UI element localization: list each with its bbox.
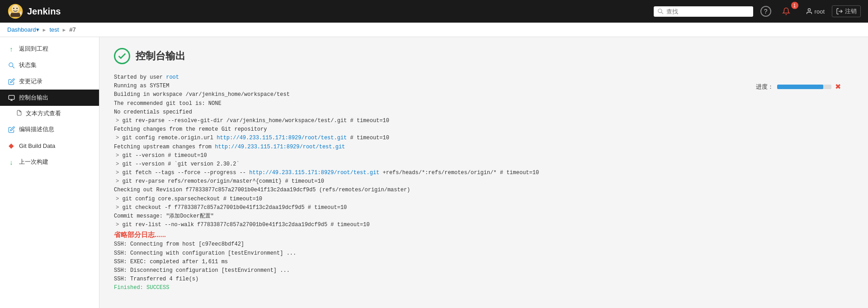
- arrow-down-icon: ↓: [7, 158, 15, 166]
- svg-rect-13: [9, 95, 14, 99]
- success-icon: [114, 48, 130, 64]
- search-small-icon: [7, 61, 15, 69]
- sidebar: ↑ 返回到工程 状态集 变更记录: [0, 37, 99, 308]
- log-line-6: > git rev-parse --resolve-git-dir /var/j…: [114, 117, 854, 125]
- sidebar-item-textview[interactable]: 文本方式查看: [0, 106, 99, 121]
- sidebar-item-prevbuild[interactable]: ↓ 上一次构建: [0, 154, 99, 170]
- svg-line-12: [12, 66, 14, 68]
- page-header: 控制台输出: [114, 48, 854, 64]
- page-title: 控制台输出: [136, 49, 185, 63]
- log-line-21: SSH: Connecting with configuration [test…: [114, 249, 854, 258]
- file-icon: [16, 110, 22, 117]
- sidebar-label-editdesc: 编辑描述信息: [19, 125, 54, 133]
- sidebar-item-editdesc[interactable]: 编辑描述信息: [0, 121, 99, 137]
- log-line-20: SSH: Connecting from host [c97eec8bdf42]: [114, 240, 854, 249]
- log-line-13: > git rev-parse refs/remotes/origin/mast…: [114, 177, 854, 186]
- sidebar-label-gitbuild: Git Build Data: [19, 142, 55, 149]
- top-navigation: Jenkins ? 1 root 注销: [0, 0, 868, 23]
- notification-area: 1: [778, 5, 798, 17]
- log-line-18: > git rev-list --no-walk f77833877c857a2…: [114, 221, 854, 229]
- console-icon: [7, 94, 15, 102]
- log-omit: 省略部分日志......: [114, 229, 854, 240]
- arrow-up-icon: ↑: [7, 45, 15, 53]
- progress-label: 进度：: [756, 83, 774, 91]
- logout-button[interactable]: 注销: [832, 5, 861, 17]
- user-label: root: [815, 8, 825, 15]
- svg-line-8: [661, 12, 663, 14]
- log-line-10: > git --version # timeout=10: [114, 152, 854, 160]
- svg-point-1: [12, 5, 19, 13]
- log-line-9: Fetching upstream changes from http://49…: [114, 143, 854, 152]
- sidebar-label-status: 状态集: [19, 61, 37, 69]
- log-line-14: Checking out Revision f77833877c857a2700…: [114, 186, 854, 194]
- log-line-24: SSH: Transferred 4 file(s): [114, 275, 854, 284]
- sidebar-item-gitbuild[interactable]: ◆ Git Build Data: [0, 137, 99, 154]
- svg-rect-6: [20, 11, 22, 14]
- log-line-1: Started by user root: [114, 73, 854, 82]
- diamond-icon: ◆: [7, 142, 15, 150]
- progress-section: 进度： ✖: [756, 82, 841, 91]
- log-line-3: Building in workspace /var/jenkins_home/…: [114, 90, 854, 99]
- git-url-2[interactable]: http://49.233.115.171:8929/root/test.git: [215, 144, 345, 150]
- git-url-1[interactable]: http://49.233.115.171:8929/root/test.git: [217, 135, 347, 141]
- user-menu[interactable]: root: [806, 8, 825, 15]
- bell-icon: [782, 7, 790, 15]
- edit-icon: [7, 77, 15, 85]
- help-button[interactable]: ?: [760, 6, 771, 17]
- log-line-8: > git config remote.origin.url http://49…: [114, 134, 854, 142]
- breadcrumb: Dashboard▾ ► test ► #7: [0, 23, 868, 37]
- git-url-3[interactable]: http://49.233.115.171:8929/root/test.git: [249, 170, 379, 176]
- sidebar-item-changes[interactable]: 变更记录: [0, 73, 99, 90]
- sidebar-label-prevbuild: 上一次构建: [19, 158, 48, 166]
- svg-rect-4: [10, 13, 20, 17]
- progress-bar-fill: [777, 85, 823, 89]
- content-area: 进度： ✖ 控制台输出 Started by user root Running…: [99, 37, 868, 308]
- sidebar-item-console[interactable]: 控制台输出: [0, 90, 99, 106]
- stop-button[interactable]: ✖: [835, 82, 841, 91]
- log-line-16: > git checkout -f f77833877c857a27001b0e…: [114, 204, 854, 212]
- sidebar-label-console: 控制台输出: [19, 94, 48, 102]
- svg-point-3: [16, 8, 18, 9]
- search-input[interactable]: [666, 8, 739, 15]
- log-line-12: > git fetch --tags --force --progress --…: [114, 169, 854, 177]
- console-log: Started by user root Running as SYSTEM B…: [114, 73, 854, 293]
- notification-badge: 1: [791, 2, 798, 9]
- breadcrumb-build: #7: [69, 26, 75, 33]
- sidebar-label-textview: 文本方式查看: [26, 109, 61, 118]
- svg-point-9: [808, 9, 810, 11]
- log-line-2: Running as SYSTEM: [114, 82, 854, 90]
- breadcrumb-sep-2: ►: [61, 27, 66, 33]
- log-line-17: Commit message: "添加Docker配置": [114, 212, 854, 221]
- breadcrumb-sep-1: ►: [42, 27, 47, 33]
- breadcrumb-dashboard[interactable]: Dashboard▾: [7, 26, 39, 33]
- log-line-15: > git config core.sparsecheckout # timeo…: [114, 195, 854, 204]
- pencil-icon: [7, 125, 15, 133]
- svg-rect-5: [9, 11, 11, 14]
- logo-text: Jenkins: [27, 6, 61, 17]
- jenkins-logo[interactable]: Jenkins: [7, 3, 61, 19]
- log-line-4: The recommended git tool is: NONE: [114, 100, 854, 108]
- user-icon: [806, 8, 813, 15]
- sidebar-label-back: 返回到工程: [19, 45, 48, 53]
- root-link[interactable]: root: [166, 74, 179, 81]
- log-line-23: SSH: Disconnecting configuration [testEn…: [114, 266, 854, 275]
- svg-point-11: [9, 62, 13, 66]
- sidebar-label-changes: 变更记录: [19, 77, 42, 85]
- log-line-finish: Finished: SUCCESS: [114, 284, 854, 292]
- logout-icon: [836, 8, 843, 15]
- log-line-22: SSH: EXEC: completed after 1,611 ms: [114, 258, 854, 266]
- svg-point-2: [13, 8, 14, 9]
- log-line-11: > git --version # `git version 2.30.2`: [114, 160, 854, 169]
- progress-bar-container: [777, 85, 831, 89]
- sidebar-item-status[interactable]: 状态集: [0, 57, 99, 73]
- logout-label: 注销: [845, 7, 857, 15]
- log-line-7: Fetching changes from the remote Git rep…: [114, 125, 854, 134]
- main-layout: ↑ 返回到工程 状态集 变更记录: [0, 37, 868, 308]
- breadcrumb-test[interactable]: test: [50, 26, 59, 33]
- search-box[interactable]: [654, 6, 753, 17]
- svg-point-7: [658, 9, 661, 13]
- sidebar-item-back[interactable]: ↑ 返回到工程: [0, 41, 99, 57]
- log-line-5: No credentials specified: [114, 108, 854, 117]
- search-icon: [657, 8, 664, 14]
